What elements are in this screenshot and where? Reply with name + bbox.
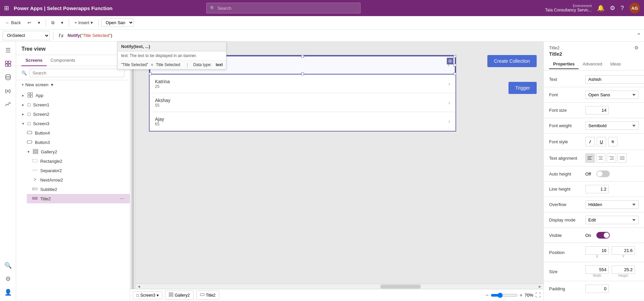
- fontsize-input[interactable]: [585, 106, 609, 114]
- tree-item-subtitle2[interactable]: Subtitle2: [27, 185, 130, 194]
- tree-item-button4[interactable]: Button4: [21, 128, 130, 138]
- zoom-plus-button[interactable]: +: [520, 292, 523, 298]
- overflow-select[interactable]: Hidden: [585, 200, 639, 209]
- copy-button[interactable]: ⧉: [49, 19, 57, 27]
- formula-content[interactable]: Notify("Title Selected"): [67, 33, 634, 38]
- svg-rect-10: [27, 141, 32, 143]
- tree-item-nextarrow2[interactable]: NextArrow2: [27, 175, 130, 185]
- divider-9: [544, 212, 644, 212]
- fx-button[interactable]: f x: [57, 32, 65, 39]
- analytics-icon[interactable]: [2, 98, 14, 110]
- rp-title-row: Title2 ⚙: [549, 45, 639, 50]
- align-right-button[interactable]: [607, 153, 616, 163]
- tab-screens[interactable]: Screens: [21, 55, 47, 66]
- gallery-item-content-1: Katrina 25: [155, 79, 448, 89]
- font-select-rp[interactable]: Open Sans: [585, 91, 639, 99]
- subtitle2-icon: [32, 186, 38, 193]
- tree-item-gallery2[interactable]: ▼ Gallery2: [21, 147, 130, 156]
- italic-button[interactable]: /: [585, 137, 595, 146]
- align-justify-button[interactable]: [618, 153, 627, 163]
- global-search-input[interactable]: [217, 6, 357, 11]
- gallery-item-2[interactable]: Akshay 55 ›: [150, 93, 455, 112]
- divider-10: [544, 228, 644, 228]
- displaymode-select[interactable]: Edit: [585, 216, 639, 224]
- grid-icon[interactable]: ⊞: [4, 4, 9, 12]
- tree-search-input[interactable]: [30, 69, 124, 77]
- gallery-item-content-2: Akshay 55: [155, 98, 448, 108]
- tree-item-rectangle2[interactable]: Rectangle2: [27, 156, 130, 166]
- hamburger-icon[interactable]: ☰: [2, 44, 14, 56]
- property-dropdown[interactable]: OnSelect: [3, 31, 50, 40]
- autoheight-toggle[interactable]: [596, 170, 610, 177]
- create-collection-button[interactable]: Create Collection: [487, 55, 537, 67]
- size-w-input[interactable]: [585, 265, 609, 274]
- copy-dropdown[interactable]: ▾: [58, 19, 66, 27]
- undo-dropdown[interactable]: ▾: [35, 19, 43, 27]
- gallery-tab-icon: [169, 292, 173, 298]
- lineheight-input[interactable]: [585, 185, 609, 193]
- formula-expand-icon[interactable]: ⌃: [636, 32, 641, 39]
- zoom-minus-button[interactable]: −: [485, 292, 488, 298]
- underline-button[interactable]: U: [597, 137, 606, 146]
- tree-item-app[interactable]: ► App: [16, 91, 130, 100]
- tree-item-screen2[interactable]: ► □ Screen2: [16, 109, 130, 119]
- settings-icon[interactable]: ⚙: [610, 4, 615, 12]
- strikethrough-button[interactable]: S: [608, 137, 618, 146]
- search-icon-left[interactable]: 🔍: [2, 259, 14, 271]
- zoom-slider[interactable]: [491, 293, 518, 298]
- rp-tab-advanced[interactable]: Advanced: [579, 59, 606, 69]
- padding-input[interactable]: [585, 285, 609, 293]
- fullscreen-button[interactable]: ⛶: [535, 292, 541, 298]
- size-h-input[interactable]: [611, 265, 635, 274]
- data-icon[interactable]: [2, 71, 14, 83]
- pos-x-input[interactable]: [585, 246, 609, 255]
- font-select[interactable]: Open San: [101, 18, 134, 27]
- title2-options-icon[interactable]: ···: [120, 196, 124, 202]
- screen3-tab[interactable]: □ Screen3 ▾: [133, 291, 162, 299]
- canvas-hscroll[interactable]: ◄ ►: [136, 284, 543, 289]
- left-sidebar-icons: ☰ {x} 🔍 ⚙ 👤: [0, 42, 16, 301]
- tree-item-title2[interactable]: Title2 ···: [27, 194, 130, 203]
- user-icon-left[interactable]: 👤: [2, 286, 14, 298]
- tab-components[interactable]: Components: [47, 55, 79, 66]
- avatar[interactable]: AG: [629, 3, 640, 13]
- gallery2-tab[interactable]: Gallery2: [165, 291, 194, 300]
- back-button[interactable]: ← Back: [3, 19, 23, 27]
- fontweight-select[interactable]: Semibold: [585, 121, 639, 130]
- rp-tab-properties[interactable]: Properties: [549, 59, 579, 69]
- new-screen-button[interactable]: + New screen ▾: [16, 80, 130, 89]
- prop-row-fontstyle: Font style / U S: [544, 135, 644, 148]
- settings-icon-left[interactable]: ⚙: [2, 273, 14, 285]
- svg-rect-14: [33, 159, 37, 162]
- align-left-button[interactable]: [585, 153, 595, 163]
- global-search-box[interactable]: 🔍: [206, 3, 361, 13]
- visible-toggle[interactable]: [596, 232, 610, 239]
- prop-row-font: Font Open Sans: [544, 89, 644, 101]
- tree-item-screen3[interactable]: ▼ □ Screen3: [16, 119, 130, 128]
- pos-y-input[interactable]: [611, 246, 635, 255]
- screen3-icon: □: [28, 121, 30, 126]
- tree-item-screen1[interactable]: ► □ Screen1: [16, 100, 130, 109]
- rp-collapse-button[interactable]: ⚙: [634, 45, 639, 50]
- tree-item-label-app: App: [36, 93, 43, 98]
- trigger-button[interactable]: Trigger: [508, 82, 537, 94]
- chevron-icon-2: ›: [448, 100, 450, 106]
- help-icon[interactable]: ?: [621, 5, 624, 12]
- prop-row-position: Position X Y: [544, 244, 644, 260]
- tree-item-button3[interactable]: Button3: [21, 138, 130, 147]
- code-icon[interactable]: {x}: [2, 85, 14, 97]
- notification-icon[interactable]: 🔔: [597, 4, 604, 12]
- tree-item-separator2[interactable]: Separator2: [27, 166, 130, 175]
- environment-info: Environment Tata Consultancy Servic...: [545, 4, 592, 12]
- undo-button[interactable]: ↩: [25, 19, 34, 27]
- screens-icon[interactable]: [2, 58, 14, 70]
- title2-tab[interactable]: Title2: [196, 291, 219, 300]
- zoom-controls: − + 70% ⛶: [485, 292, 541, 298]
- align-center-button[interactable]: [596, 153, 605, 163]
- gallery-item-1[interactable]: Katrina 25 ›: [150, 74, 455, 93]
- rp-tab-ideas[interactable]: Ideas: [606, 59, 625, 69]
- insert-button[interactable]: + Insert ▾: [72, 19, 96, 27]
- text-value-input[interactable]: [585, 75, 644, 84]
- canvas-vscroll[interactable]: ▲ ▼: [130, 42, 136, 301]
- gallery-item-3[interactable]: Ajay 65 ›: [150, 112, 455, 131]
